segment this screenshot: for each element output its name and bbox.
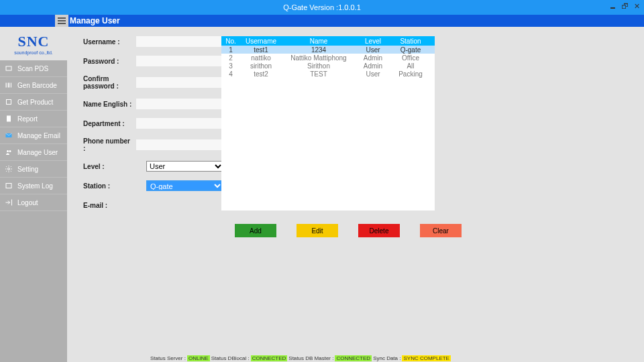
table-header: No. Username Name Level Station [221,36,435,46]
sidebar-item-label: Gen Barcode [17,82,57,89]
phone-input[interactable] [136,139,224,150]
page-header: Manage User [0,15,644,27]
action-buttons: Add Edit Delete Clear [235,224,462,237]
sidebar-item-get-product[interactable]: Get Product [0,94,67,111]
page-title: Manage User [70,16,120,25]
sidebar-item-label: Scan PDS [17,65,48,72]
svg-point-11 [8,168,10,170]
status-sync-label: Sync Data : [373,355,400,361]
status-dbmaster-label: Status DB Master : [288,355,333,361]
col-level: Level [356,38,390,45]
log-icon [4,181,13,190]
password-label: Password : [83,58,132,65]
svg-rect-6 [7,100,11,105]
password-input[interactable] [136,56,224,66]
svg-rect-5 [11,83,11,88]
phone-label: Phone number : [83,137,132,152]
maximize-icon[interactable]: 🗗 [620,1,629,11]
col-name: Name [282,38,356,45]
report-icon [4,114,13,123]
logo: SNC soundproof co.,ltd. [0,27,67,60]
status-bar: Status Server : ONLINE Status DBlocal : … [134,354,644,362]
table-row[interactable]: 1 test1 1234 User Q-gate [221,46,435,54]
svg-rect-7 [7,116,11,122]
username-input[interactable] [136,36,224,47]
table-row[interactable]: 2 nattiko Nattiko Mattiphong Admin Offic… [221,54,435,62]
sidebar-item-gen-barcode[interactable]: Gen Barcode [0,77,67,94]
svg-rect-2 [7,83,8,88]
add-button[interactable]: Add [235,224,276,237]
svg-rect-4 [10,83,11,88]
sidebar-item-scan-pds[interactable]: Scan PDS [0,60,67,77]
svg-rect-12 [6,184,11,188]
col-station: Station [390,38,431,45]
level-label: Level : [83,163,142,170]
gear-icon [4,164,13,174]
confirm-password-label: Confirm password : [83,75,132,90]
col-no: No. [221,38,240,45]
status-server-value: ONLINE [187,355,210,361]
status-dblocal-label: Status DBlocal : [211,355,250,361]
svg-rect-1 [6,83,7,88]
logo-subtext: soundproof co.,ltd. [14,50,53,55]
status-server-label: Status Server : [150,355,186,361]
logout-icon [4,198,13,207]
confirm-password-input[interactable] [136,77,224,88]
name-english-label: Name English : [83,101,132,108]
hamburger-icon[interactable] [55,15,68,27]
status-dblocal-value: CONNECTED [251,355,288,361]
status-dbmaster-value: CONNECTED [335,355,372,361]
sidebar-item-setting[interactable]: Setting [0,161,67,178]
department-input[interactable] [136,118,224,129]
product-icon [4,97,13,107]
svg-point-10 [9,150,11,152]
sidebar-item-report[interactable]: Report [0,111,67,127]
sidebar-item-manage-user[interactable]: Manage User [0,144,67,161]
sidebar-item-manage-email[interactable]: Manage Email [0,127,67,144]
window-controls: 🗕 🗗 ✕ [608,1,641,11]
clear-button[interactable]: Clear [420,224,462,237]
edit-button[interactable]: Edit [297,224,338,237]
sidebar-item-logout[interactable]: Logout [0,194,67,211]
table-row[interactable]: 3 sirithon Sirithon Admin All [221,62,435,70]
svg-rect-3 [8,83,9,88]
sidebar-item-system-log[interactable]: System Log [0,178,67,194]
sidebar-item-label: Report [17,115,38,123]
svg-rect-0 [6,66,11,70]
sidebar-item-label: Get Product [17,99,53,106]
status-sync-value: SYNC COMPLETE [402,355,450,361]
users-icon [4,147,13,157]
app-title: Q-Gate Version :1.0.0.1 [283,3,361,11]
level-select[interactable]: User [146,161,224,172]
station-select[interactable]: Q-gate [146,180,224,191]
close-icon[interactable]: ✕ [632,1,641,11]
table-row[interactable]: 4 test2 TEST User Packing [221,70,435,78]
sidebar-item-label: Setting [17,166,38,173]
sidebar-item-label: Manage User [17,149,58,156]
col-username: Username [240,38,282,45]
username-label: Username : [83,38,132,46]
titlebar: Q-Gate Version :1.0.0.1 🗕 🗗 ✕ [0,0,644,15]
email-label: E-mail : [83,202,132,209]
scan-icon [4,64,13,73]
users-table: No. Username Name Level Station 1 test1 … [221,36,435,210]
svg-point-9 [7,150,9,152]
sidebar: SNC soundproof co.,ltd. Scan PDS Gen Bar… [0,27,67,362]
mail-icon [4,131,13,140]
sidebar-item-label: Logout [17,199,38,206]
logo-text: SNC [17,33,49,50]
content-area: Username : Password : Confirm password :… [67,27,644,362]
user-form: Username : Password : Confirm password :… [83,36,224,210]
sidebar-item-label: Manage Email [17,132,60,139]
delete-button[interactable]: Delete [358,224,400,237]
sidebar-item-label: System Log [17,182,53,190]
station-label: Station : [83,182,142,190]
name-english-input[interactable] [136,99,224,109]
minimize-icon[interactable]: 🗕 [608,1,617,11]
email-input[interactable] [136,200,224,210]
department-label: Department : [83,120,132,127]
barcode-icon [4,80,13,90]
